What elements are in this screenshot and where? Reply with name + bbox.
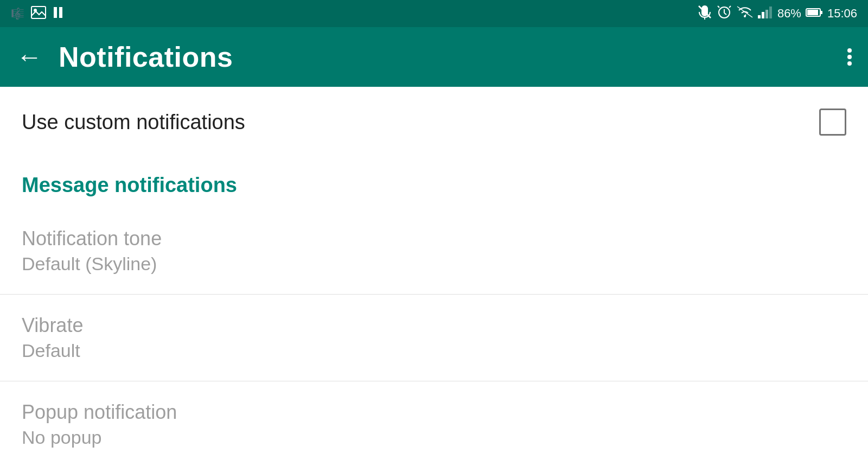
time: 15:06: [827, 7, 857, 21]
svg-point-9: [744, 15, 746, 17]
usb-icon: 🎼: [11, 7, 24, 20]
alarm-icon: [717, 4, 732, 23]
notification-tone-label: Notification tone: [22, 227, 846, 250]
app-bar-left: ← Notifications: [16, 41, 233, 73]
mute-icon: [697, 4, 712, 23]
svg-rect-0: [31, 7, 46, 18]
svg-rect-2: [54, 7, 57, 18]
dot2: [847, 55, 852, 59]
page-title: Notifications: [59, 41, 233, 73]
pause-icon: [53, 6, 63, 22]
notification-tone-item[interactable]: Notification tone Default (Skyline): [0, 208, 868, 295]
battery-icon: [806, 7, 823, 21]
svg-rect-14: [769, 7, 772, 18]
popup-notification-label: Popup notification: [22, 401, 846, 424]
status-bar-right: 86% 15:06: [697, 4, 857, 23]
more-options-button[interactable]: [847, 48, 852, 66]
custom-notifications-checkbox[interactable]: [819, 109, 846, 136]
svg-rect-11: [758, 15, 761, 18]
svg-rect-16: [807, 10, 818, 15]
svg-line-8: [724, 13, 726, 15]
status-bar-left: 🎼: [11, 6, 63, 22]
status-bar: 🎼: [0, 0, 868, 27]
wifi-icon: [736, 5, 754, 22]
svg-rect-12: [762, 12, 764, 18]
popup-notification-value: No popup: [22, 427, 846, 448]
vibrate-label: Vibrate: [22, 314, 846, 337]
message-notifications-section: Message notifications: [0, 157, 868, 208]
battery-percentage: 86%: [777, 7, 801, 21]
image-icon: [31, 6, 46, 22]
dot3: [847, 61, 852, 66]
custom-notifications-row[interactable]: Use custom notifications: [0, 87, 868, 157]
vibrate-value: Default: [22, 340, 846, 361]
settings-content: Use custom notifications Message notific…: [0, 87, 868, 453]
svg-rect-3: [59, 7, 62, 18]
dot1: [847, 48, 852, 53]
vibrate-item[interactable]: Vibrate Default: [0, 295, 868, 381]
message-notifications-title: Message notifications: [22, 174, 237, 196]
custom-notifications-label: Use custom notifications: [22, 111, 245, 134]
popup-notification-item[interactable]: Popup notification No popup: [0, 381, 868, 453]
signal-icon: [758, 5, 773, 22]
notification-tone-value: Default (Skyline): [22, 253, 846, 275]
svg-rect-17: [820, 11, 822, 14]
back-button[interactable]: ←: [16, 44, 42, 70]
svg-rect-13: [765, 10, 768, 18]
app-bar: ← Notifications: [0, 27, 868, 87]
